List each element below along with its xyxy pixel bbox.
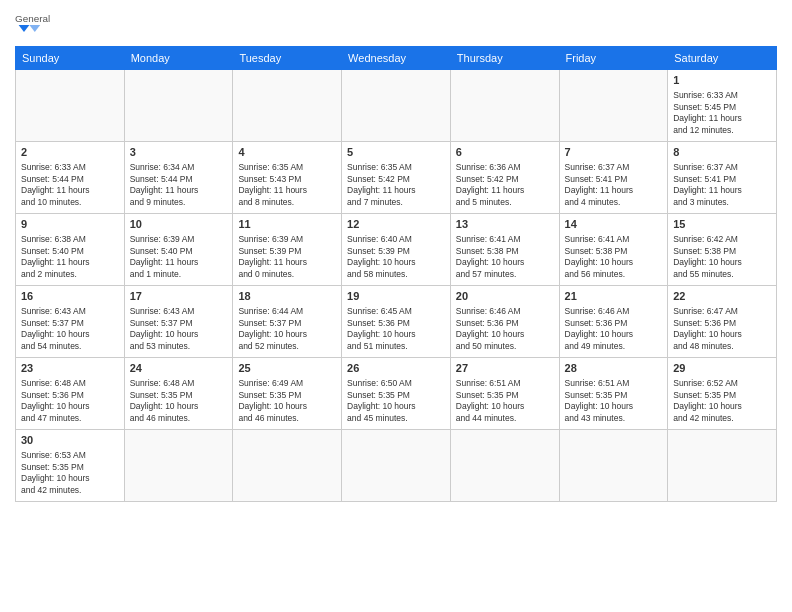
day-info: Sunrise: 6:51 AM Sunset: 5:35 PM Dayligh… [565,378,663,424]
svg-marker-3 [29,25,40,32]
calendar-cell [342,70,451,142]
calendar-cell: 20Sunrise: 6:46 AM Sunset: 5:36 PM Dayli… [450,286,559,358]
calendar-cell [559,430,668,502]
calendar-cell: 4Sunrise: 6:35 AM Sunset: 5:43 PM Daylig… [233,142,342,214]
calendar-cell: 19Sunrise: 6:45 AM Sunset: 5:36 PM Dayli… [342,286,451,358]
day-number: 3 [130,145,228,160]
calendar-cell: 22Sunrise: 6:47 AM Sunset: 5:36 PM Dayli… [668,286,777,358]
calendar-cell [668,430,777,502]
svg-marker-2 [19,25,30,32]
day-number: 13 [456,217,554,232]
day-info: Sunrise: 6:43 AM Sunset: 5:37 PM Dayligh… [21,306,119,352]
day-info: Sunrise: 6:51 AM Sunset: 5:35 PM Dayligh… [456,378,554,424]
day-info: Sunrise: 6:48 AM Sunset: 5:36 PM Dayligh… [21,378,119,424]
calendar-cell [342,430,451,502]
day-info: Sunrise: 6:33 AM Sunset: 5:44 PM Dayligh… [21,162,119,208]
calendar-cell: 30Sunrise: 6:53 AM Sunset: 5:35 PM Dayli… [16,430,125,502]
calendar-cell: 23Sunrise: 6:48 AM Sunset: 5:36 PM Dayli… [16,358,125,430]
weekday-header-thursday: Thursday [450,47,559,70]
weekday-header-tuesday: Tuesday [233,47,342,70]
calendar-cell [16,70,125,142]
calendar-cell [450,430,559,502]
calendar-cell: 29Sunrise: 6:52 AM Sunset: 5:35 PM Dayli… [668,358,777,430]
day-number: 1 [673,73,771,88]
logo: General Blue [15,10,55,38]
day-number: 12 [347,217,445,232]
calendar-cell: 13Sunrise: 6:41 AM Sunset: 5:38 PM Dayli… [450,214,559,286]
day-number: 20 [456,289,554,304]
calendar-cell: 25Sunrise: 6:49 AM Sunset: 5:35 PM Dayli… [233,358,342,430]
day-number: 30 [21,433,119,448]
day-info: Sunrise: 6:38 AM Sunset: 5:40 PM Dayligh… [21,234,119,280]
calendar-cell [124,430,233,502]
day-number: 24 [130,361,228,376]
day-number: 22 [673,289,771,304]
day-info: Sunrise: 6:41 AM Sunset: 5:38 PM Dayligh… [565,234,663,280]
page-header: General Blue [15,10,777,38]
day-number: 23 [21,361,119,376]
day-info: Sunrise: 6:40 AM Sunset: 5:39 PM Dayligh… [347,234,445,280]
day-info: Sunrise: 6:34 AM Sunset: 5:44 PM Dayligh… [130,162,228,208]
day-number: 17 [130,289,228,304]
day-info: Sunrise: 6:46 AM Sunset: 5:36 PM Dayligh… [565,306,663,352]
calendar-cell: 28Sunrise: 6:51 AM Sunset: 5:35 PM Dayli… [559,358,668,430]
calendar-cell: 14Sunrise: 6:41 AM Sunset: 5:38 PM Dayli… [559,214,668,286]
day-info: Sunrise: 6:42 AM Sunset: 5:38 PM Dayligh… [673,234,771,280]
day-number: 2 [21,145,119,160]
weekday-header-wednesday: Wednesday [342,47,451,70]
day-info: Sunrise: 6:53 AM Sunset: 5:35 PM Dayligh… [21,450,119,496]
day-number: 6 [456,145,554,160]
calendar-cell: 10Sunrise: 6:39 AM Sunset: 5:40 PM Dayli… [124,214,233,286]
calendar-cell: 1Sunrise: 6:33 AM Sunset: 5:45 PM Daylig… [668,70,777,142]
calendar-cell [233,70,342,142]
calendar-cell: 21Sunrise: 6:46 AM Sunset: 5:36 PM Dayli… [559,286,668,358]
day-info: Sunrise: 6:43 AM Sunset: 5:37 PM Dayligh… [130,306,228,352]
day-info: Sunrise: 6:47 AM Sunset: 5:36 PM Dayligh… [673,306,771,352]
weekday-header-monday: Monday [124,47,233,70]
day-info: Sunrise: 6:46 AM Sunset: 5:36 PM Dayligh… [456,306,554,352]
day-number: 19 [347,289,445,304]
day-number: 25 [238,361,336,376]
calendar-cell: 3Sunrise: 6:34 AM Sunset: 5:44 PM Daylig… [124,142,233,214]
weekday-header-friday: Friday [559,47,668,70]
day-info: Sunrise: 6:44 AM Sunset: 5:37 PM Dayligh… [238,306,336,352]
day-info: Sunrise: 6:35 AM Sunset: 5:43 PM Dayligh… [238,162,336,208]
calendar-cell: 27Sunrise: 6:51 AM Sunset: 5:35 PM Dayli… [450,358,559,430]
day-number: 15 [673,217,771,232]
day-info: Sunrise: 6:36 AM Sunset: 5:42 PM Dayligh… [456,162,554,208]
day-number: 8 [673,145,771,160]
day-number: 16 [21,289,119,304]
calendar-cell: 6Sunrise: 6:36 AM Sunset: 5:42 PM Daylig… [450,142,559,214]
calendar-cell: 9Sunrise: 6:38 AM Sunset: 5:40 PM Daylig… [16,214,125,286]
day-info: Sunrise: 6:45 AM Sunset: 5:36 PM Dayligh… [347,306,445,352]
day-number: 18 [238,289,336,304]
weekday-header-sunday: Sunday [16,47,125,70]
calendar-cell: 7Sunrise: 6:37 AM Sunset: 5:41 PM Daylig… [559,142,668,214]
day-info: Sunrise: 6:39 AM Sunset: 5:40 PM Dayligh… [130,234,228,280]
day-number: 14 [565,217,663,232]
calendar-cell [124,70,233,142]
calendar-cell [450,70,559,142]
day-number: 7 [565,145,663,160]
calendar-cell: 11Sunrise: 6:39 AM Sunset: 5:39 PM Dayli… [233,214,342,286]
day-number: 11 [238,217,336,232]
calendar-cell: 24Sunrise: 6:48 AM Sunset: 5:35 PM Dayli… [124,358,233,430]
day-number: 29 [673,361,771,376]
calendar-cell: 15Sunrise: 6:42 AM Sunset: 5:38 PM Dayli… [668,214,777,286]
calendar-table: SundayMondayTuesdayWednesdayThursdayFrid… [15,46,777,502]
calendar-cell: 26Sunrise: 6:50 AM Sunset: 5:35 PM Dayli… [342,358,451,430]
day-info: Sunrise: 6:33 AM Sunset: 5:45 PM Dayligh… [673,90,771,136]
day-number: 5 [347,145,445,160]
day-info: Sunrise: 6:39 AM Sunset: 5:39 PM Dayligh… [238,234,336,280]
calendar-cell [559,70,668,142]
day-number: 26 [347,361,445,376]
calendar-cell: 17Sunrise: 6:43 AM Sunset: 5:37 PM Dayli… [124,286,233,358]
svg-text:General: General [15,13,50,24]
calendar-cell: 8Sunrise: 6:37 AM Sunset: 5:41 PM Daylig… [668,142,777,214]
weekday-header-saturday: Saturday [668,47,777,70]
calendar-cell: 18Sunrise: 6:44 AM Sunset: 5:37 PM Dayli… [233,286,342,358]
day-info: Sunrise: 6:41 AM Sunset: 5:38 PM Dayligh… [456,234,554,280]
day-number: 10 [130,217,228,232]
day-number: 21 [565,289,663,304]
day-number: 9 [21,217,119,232]
